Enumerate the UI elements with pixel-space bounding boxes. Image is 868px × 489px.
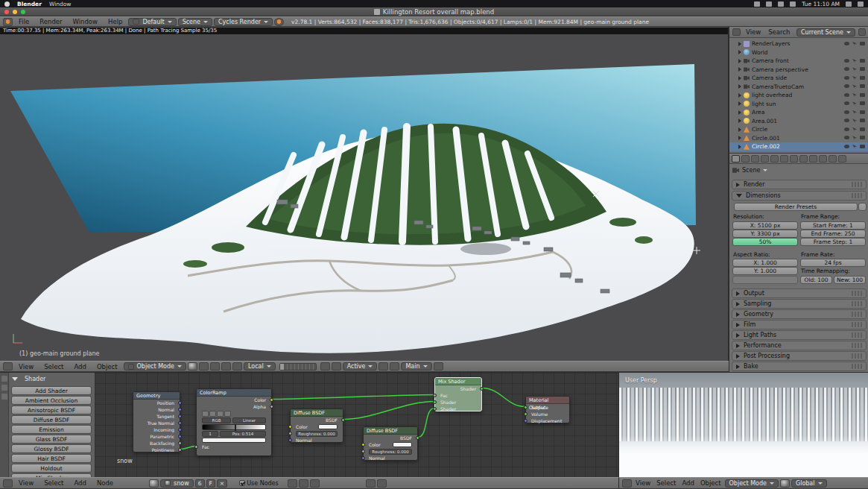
- outliner-row-cameratruetocam[interactable]: CameraTruetoCam: [729, 83, 868, 92]
- color-swatch[interactable]: [393, 442, 412, 447]
- tab-scene[interactable]: [751, 155, 759, 163]
- panel-film[interactable]: Film: [732, 320, 867, 329]
- ne-menu-add[interactable]: Add: [69, 479, 90, 487]
- tab-world[interactable]: [761, 155, 769, 163]
- outliner-row-world[interactable]: World: [729, 48, 868, 57]
- panel-grip-icon[interactable]: [852, 364, 862, 369]
- aspect-x-field[interactable]: X: 1.000: [732, 259, 798, 267]
- pv-menu-view[interactable]: View: [633, 479, 653, 487]
- viewport-shading-selector[interactable]: [780, 479, 790, 488]
- node-title[interactable]: Mix Shader: [435, 378, 481, 385]
- panel-render[interactable]: Render: [732, 180, 867, 189]
- socket-normal-out[interactable]: [178, 408, 182, 411]
- restrict-icons[interactable]: [844, 136, 868, 140]
- node-title[interactable]: Geometry: [133, 392, 180, 400]
- outliner-row-circle-001[interactable]: Circle.001: [729, 134, 868, 143]
- ramp-tools[interactable]: [197, 410, 271, 417]
- pv-menu-object[interactable]: Object: [698, 479, 723, 487]
- shelf-button-ambient-occlusion[interactable]: Ambient Occlusion: [11, 396, 92, 405]
- properties-editor[interactable]: Scene Render Dimensions Render Presets R…: [729, 154, 868, 372]
- expand-arrow-icon[interactable]: [738, 67, 741, 72]
- panel-post-processing[interactable]: Post Processing: [732, 351, 867, 361]
- panel-light-paths[interactable]: Light Paths: [732, 330, 867, 340]
- menu-help[interactable]: Help: [104, 18, 127, 25]
- opengl-render-anim-button[interactable]: [390, 362, 399, 370]
- tab-render[interactable]: [732, 155, 740, 163]
- resolution-percentage-slider[interactable]: 50%: [732, 238, 798, 246]
- macbar-app-menu[interactable]: Blender: [17, 1, 42, 7]
- socket-shader-out[interactable]: [480, 387, 484, 391]
- node-tool-shelf[interactable]: Shader Add Shader Ambient Occlusion Anis…: [0, 372, 95, 477]
- lock-icon[interactable]: [320, 362, 330, 370]
- panel-bake[interactable]: Bake: [732, 362, 867, 371]
- render-presets-dropdown[interactable]: Render Presets: [734, 203, 858, 211]
- tab-texture[interactable]: [819, 155, 827, 163]
- outliner-row-renderlayers[interactable]: RenderLayers: [729, 40, 868, 48]
- socket-volume-in[interactable]: [524, 412, 528, 416]
- editor-type-icon[interactable]: [3, 479, 13, 488]
- node-material-output[interactable]: Material Output Surface Volume Displacem…: [525, 396, 570, 423]
- frame-rate-dropdown[interactable]: 24 fps: [800, 259, 866, 267]
- socket-fac-in[interactable]: [433, 394, 437, 397]
- node-editor-canvas[interactable]: Geometry Position Normal Tangent True No…: [95, 372, 618, 477]
- panel-grip-icon[interactable]: [852, 332, 862, 338]
- snap-magnet-toggle[interactable]: [332, 362, 341, 370]
- panel-output[interactable]: Output: [732, 288, 867, 298]
- resolution-y-field[interactable]: Y: 3300 px: [732, 230, 798, 238]
- outliner-menu-view[interactable]: View: [744, 28, 763, 36]
- outliner-row-area-001[interactable]: Area.001: [729, 117, 868, 126]
- screen-layout-selector[interactable]: Default: [128, 18, 176, 26]
- socket-pointiness-out[interactable]: [178, 448, 182, 452]
- socket-true-normal-out[interactable]: [178, 421, 182, 425]
- menu-render[interactable]: Render: [35, 18, 66, 25]
- header-extra-icon[interactable]: [434, 362, 443, 370]
- restrict-icons[interactable]: [844, 145, 868, 149]
- stop-color-swatch[interactable]: [202, 438, 266, 443]
- apple-logo-icon[interactable]: [4, 1, 10, 7]
- shelf-button-glossy-bsdf[interactable]: Glossy BSDF: [11, 444, 92, 453]
- outliner-menu-search[interactable]: Search: [766, 28, 792, 36]
- layers-widget[interactable]: [279, 363, 317, 370]
- socket-alpha-out[interactable]: [270, 405, 273, 408]
- viewport-shading-selector[interactable]: [188, 362, 197, 370]
- restrict-icons[interactable]: [844, 67, 868, 72]
- pv-menu-add[interactable]: Add: [679, 479, 696, 487]
- material-datablock-selector[interactable]: snow: [160, 479, 194, 488]
- panel-sampling[interactable]: Sampling: [732, 299, 867, 309]
- backdrop-toggle-icon[interactable]: [366, 479, 376, 488]
- colorramp-gradient[interactable]: [202, 424, 266, 430]
- socket-displacement-in[interactable]: [524, 419, 528, 423]
- socket-backfacing-out[interactable]: [178, 441, 182, 445]
- macbar-window-menu[interactable]: Window: [49, 1, 72, 7]
- shelf-button-holdout[interactable]: Holdout: [11, 464, 92, 473]
- restrict-icons[interactable]: [844, 127, 868, 132]
- filter-icon[interactable]: [858, 28, 866, 36]
- outliner-row-circle-002[interactable]: Circle.002: [729, 142, 868, 151]
- shelf-tab-strip[interactable]: [0, 373, 9, 477]
- tab-physics[interactable]: [838, 155, 846, 163]
- expand-arrow-icon[interactable]: [738, 93, 741, 98]
- use-nodes-checkbox[interactable]: [239, 480, 245, 486]
- node-mix-shader[interactable]: Mix Shader Shader Fac Shader Shader: [434, 377, 482, 411]
- socket-fac-in[interactable]: [194, 445, 198, 449]
- volume-icon[interactable]: [790, 1, 796, 7]
- tab-material[interactable]: [809, 155, 817, 163]
- socket-surface-in[interactable]: [524, 406, 528, 409]
- remap-old-field[interactable]: Old: 100: [800, 276, 832, 284]
- outliner[interactable]: View Search Current Scene RenderLayers W…: [729, 27, 868, 154]
- outliner-row-area[interactable]: Area: [729, 108, 868, 117]
- menubar-clock[interactable]: Tue 11:10 AM: [802, 1, 840, 7]
- outliner-row-camera-perspective[interactable]: Camera perspective: [729, 66, 868, 75]
- panel-grip-icon[interactable]: [852, 353, 862, 359]
- aspect-y-field[interactable]: Y: 1.000: [732, 267, 798, 275]
- socket-roughness-in[interactable]: [361, 449, 365, 453]
- scene-selector[interactable]: Scene: [178, 18, 212, 26]
- shelf-button-hair-bsdf[interactable]: Hair BSDF: [11, 454, 92, 463]
- pivot-point-selector[interactable]: [199, 362, 209, 370]
- restrict-icons[interactable]: [844, 93, 868, 98]
- outliner-display-mode[interactable]: Current Scene: [796, 28, 855, 37]
- ne-menu-select[interactable]: Select: [39, 479, 68, 487]
- render-engine-selector[interactable]: Cycles Render: [214, 18, 273, 26]
- spotlight-icon[interactable]: [846, 1, 852, 7]
- unlink-datablock-button[interactable]: ×: [217, 479, 227, 488]
